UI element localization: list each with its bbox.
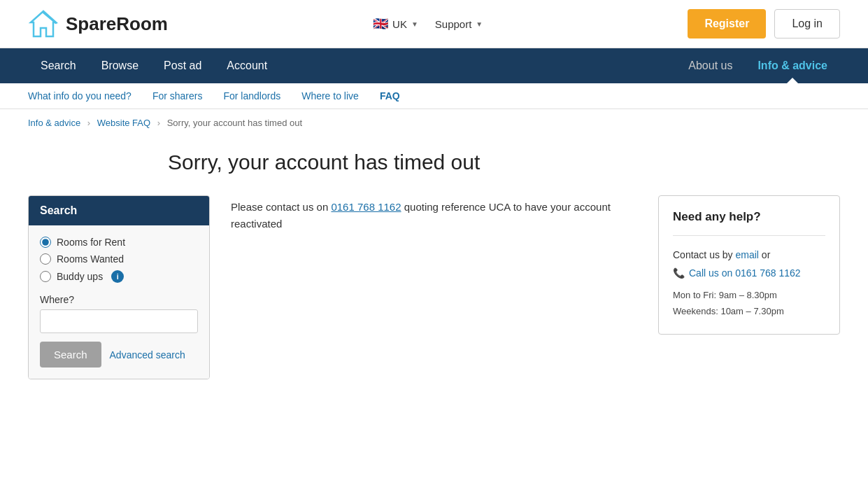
nav-item-account[interactable]: Account (214, 48, 280, 83)
locale-label: UK (392, 18, 407, 30)
hours-line-1: Mon to Fri: 9am – 8.30pm (673, 287, 825, 303)
content-area: Search Rooms for Rent Rooms Wanted Buddy… (28, 195, 840, 379)
account-timed-text: Please contact us on 0161 768 1162 quoti… (231, 199, 637, 232)
nav-left: Search Browse Post ad Account (28, 48, 280, 83)
advanced-search-link[interactable]: Advanced search (110, 349, 185, 360)
radio-rooms-wanted[interactable]: Rooms Wanted (40, 253, 198, 265)
middle-content: Please contact us on 0161 768 1162 quoti… (231, 195, 637, 232)
breadcrumb-info-advice[interactable]: Info & advice (28, 118, 80, 128)
logo[interactable]: SpareRoom (28, 8, 168, 39)
where-input[interactable] (40, 309, 198, 333)
nav-item-browse[interactable]: Browse (89, 48, 151, 83)
contact-prefix: Contact us by (673, 249, 736, 260)
hours-text: Mon to Fri: 9am – 8.30pm Weekends: 10am … (673, 287, 825, 320)
nav-item-search[interactable]: Search (28, 48, 89, 83)
main-nav: Search Browse Post ad Account About us I… (0, 48, 868, 83)
body-text-prefix: Please contact us on (231, 201, 331, 213)
phone-link-help[interactable]: Call us on 0161 768 1162 (689, 265, 801, 281)
search-actions: Search Advanced search (40, 342, 198, 368)
radio-label-buddy-ups: Buddy ups (57, 271, 103, 282)
breadcrumb-website-faq[interactable]: Website FAQ (97, 118, 150, 128)
logo-icon (28, 8, 59, 39)
radio-rooms-for-rent[interactable]: Rooms for Rent (40, 237, 198, 248)
breadcrumb-current: Sorry, your account has timed out (167, 118, 302, 128)
sub-nav: What info do you need? For sharers For l… (0, 83, 868, 109)
nav-item-info-advice[interactable]: Info & advice (745, 48, 840, 83)
search-panel-header: Search (29, 196, 209, 225)
sub-nav-what-info[interactable]: What info do you need? (28, 90, 131, 102)
radio-buddy-ups[interactable]: Buddy ups i (40, 270, 198, 283)
radio-input-rooms-wanted[interactable] (40, 253, 51, 265)
breadcrumb-sep-2: › (157, 118, 160, 128)
radio-input-rooms-for-rent[interactable] (40, 237, 51, 248)
sub-nav-for-landlords[interactable]: For landlords (223, 90, 280, 102)
top-center-nav: 🇬🇧 UK ▼ Support ▼ (373, 16, 483, 31)
login-button[interactable]: Log in (774, 9, 840, 38)
search-panel-body: Rooms for Rent Rooms Wanted Buddy ups i … (29, 225, 209, 379)
radio-label-rooms-wanted: Rooms Wanted (57, 253, 124, 265)
breadcrumb: Info & advice › Website FAQ › Sorry, you… (0, 109, 868, 136)
radio-input-buddy-ups[interactable] (40, 271, 51, 282)
hours-line-2: Weekends: 10am – 7.30pm (673, 303, 825, 319)
radio-label-rooms-for-rent: Rooms for Rent (57, 237, 125, 248)
support-button[interactable]: Support ▼ (435, 18, 483, 30)
email-link[interactable]: email (736, 249, 759, 260)
buddy-ups-info-icon[interactable]: i (111, 270, 124, 283)
nav-item-about-us[interactable]: About us (676, 48, 745, 83)
logo-text: SpareRoom (66, 13, 168, 35)
phone-link-body[interactable]: 0161 768 1162 (331, 201, 401, 213)
main-content: Sorry, your account has timed out Search… (0, 136, 868, 407)
sub-nav-where-to-live[interactable]: Where to live (301, 90, 359, 102)
flag-icon: 🇬🇧 (373, 16, 388, 31)
phone-icon: 📞 (673, 265, 685, 281)
nav-item-post-ad[interactable]: Post ad (151, 48, 214, 83)
locale-chevron-icon: ▼ (411, 20, 418, 28)
phone-line: 📞 Call us on 0161 768 1162 (673, 265, 825, 281)
search-panel: Search Rooms for Rent Rooms Wanted Buddy… (28, 195, 210, 379)
phone-number-help: 0161 768 1162 (735, 267, 800, 279)
help-box: Need any help? Contact us by email or 📞 … (658, 195, 840, 335)
help-divider (673, 235, 825, 236)
search-button[interactable]: Search (40, 342, 101, 368)
search-type-radio-group: Rooms for Rent Rooms Wanted Buddy ups i (40, 237, 198, 283)
help-text: Contact us by email or 📞 Call us on 0161… (673, 247, 825, 320)
where-label: Where? (40, 294, 198, 305)
register-button[interactable]: Register (688, 9, 766, 38)
support-label: Support (435, 18, 472, 30)
support-chevron-icon: ▼ (476, 20, 483, 28)
contact-or: or (759, 249, 770, 260)
page-title: Sorry, your account has timed out (168, 150, 840, 174)
sub-nav-for-sharers[interactable]: For sharers (152, 90, 203, 102)
nav-right: About us Info & advice (676, 48, 840, 83)
top-header: SpareRoom 🇬🇧 UK ▼ Support ▼ Register Log… (0, 0, 868, 48)
phone-prefix: Call us on (689, 267, 735, 279)
help-box-title: Need any help? (673, 210, 825, 224)
top-right-actions: Register Log in (688, 9, 840, 38)
locale-button[interactable]: 🇬🇧 UK ▼ (373, 16, 418, 31)
sub-nav-faq[interactable]: FAQ (380, 90, 400, 102)
breadcrumb-sep-1: › (87, 118, 90, 128)
